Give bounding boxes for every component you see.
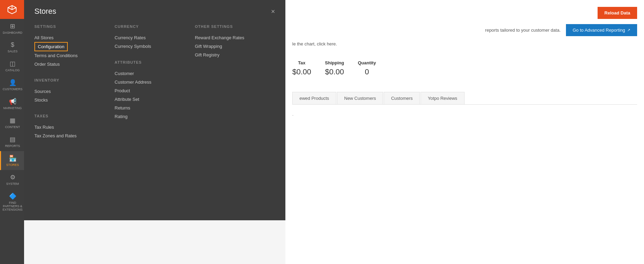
sidebar-item-marketing[interactable]: 📢 MARKETING — [0, 94, 24, 113]
reload-data-button[interactable]: Reload Data — [598, 7, 637, 19]
reporting-bar: reports tailored to your customer data. … — [292, 24, 637, 36]
stores-link-customer[interactable]: Customer — [114, 69, 188, 78]
taxes-section-title: Taxes — [34, 114, 108, 118]
stores-col-settings: Settings All Stores Configuration Terms … — [34, 24, 114, 140]
catalog-icon: ◫ — [10, 60, 15, 67]
sidebar-item-content[interactable]: ▦ CONTENT — [0, 113, 24, 132]
stores-columns: Settings All Stores Configuration Terms … — [34, 24, 275, 140]
stat-tax: Tax $0.00 — [292, 60, 311, 76]
stores-link-gift-wrapping[interactable]: Gift Wrapping — [195, 42, 268, 51]
stores-panel: Stores × Settings All Stores Configurati… — [24, 0, 285, 220]
stores-link-rating[interactable]: Rating — [114, 112, 188, 121]
content-icon: ▦ — [10, 117, 15, 124]
advanced-reporting-button[interactable]: Go to Advanced Reporting ↗ — [566, 24, 637, 36]
stores-link-product[interactable]: Product — [114, 86, 188, 95]
stats-row: Tax $0.00 Shipping $0.00 Quantity 0 — [292, 53, 637, 83]
attributes-section-title: Attributes — [114, 60, 188, 64]
stat-shipping: Shipping $0.00 — [325, 60, 344, 76]
stores-link-returns[interactable]: Returns — [114, 104, 188, 112]
sidebar-item-stores[interactable]: 🏪 STORES — [0, 151, 24, 170]
external-link-icon: ↗ — [627, 28, 630, 32]
customers-icon: 👤 — [9, 79, 17, 86]
sidebar-item-catalog[interactable]: ◫ CATALOG — [0, 56, 24, 75]
sidebar: ⊞ DASHBOARD $ SALES ◫ CATALOG 👤 CUSTOMER… — [0, 0, 24, 264]
chart-note: le the chart, click here. — [292, 41, 637, 46]
stores-panel-header: Stores × — [34, 7, 275, 16]
sidebar-item-extensions[interactable]: 🔷 FIND PARTNERS & EXTENSIONS — [0, 189, 24, 215]
sales-icon: $ — [11, 41, 14, 49]
taxes-section: Taxes Tax Rules Tax Zones and Rates — [34, 114, 108, 140]
sidebar-item-system[interactable]: ⚙ SYSTEM — [0, 170, 24, 189]
stores-link-all-stores[interactable]: All Stores — [34, 33, 108, 42]
stores-link-tax-rules[interactable]: Tax Rules — [34, 123, 108, 131]
attributes-section: Attributes Customer Customer Address Pro… — [114, 60, 188, 121]
stores-link-terms[interactable]: Terms and Conditions — [34, 51, 108, 60]
tab-recently-viewed[interactable]: ewed Products — [292, 92, 336, 104]
sidebar-logo[interactable] — [0, 0, 24, 19]
reporting-text: reports tailored to your customer data. — [485, 28, 561, 33]
stores-link-gift-registry[interactable]: Gift Registry — [195, 51, 268, 59]
stores-link-currency-symbols[interactable]: Currency Symbols — [114, 42, 188, 51]
inventory-section-title: Inventory — [34, 78, 108, 82]
currency-section-title: Currency — [114, 24, 188, 29]
stat-quantity: Quantity 0 — [358, 60, 376, 76]
tab-yotpo-reviews[interactable]: Yotpo Reviews — [421, 92, 465, 104]
tab-new-customers[interactable]: New Customers — [337, 92, 383, 104]
reports-icon: ▤ — [10, 136, 15, 143]
stores-col-other: Other Settings Reward Exchange Rates Gif… — [195, 24, 275, 140]
sidebar-item-dashboard[interactable]: ⊞ DASHBOARD — [0, 19, 24, 38]
content-area: Reload Data reports tailored to your cus… — [285, 0, 644, 264]
extensions-icon: 🔷 — [9, 192, 17, 200]
sidebar-item-customers[interactable]: 👤 CUSTOMERS — [0, 75, 24, 94]
stores-col-currency: Currency Currency Rates Currency Symbols… — [114, 24, 195, 140]
stores-link-order-status[interactable]: Order Status — [34, 60, 108, 68]
stores-icon: 🏪 — [9, 155, 17, 162]
sidebar-item-sales[interactable]: $ SALES — [0, 38, 24, 56]
system-icon: ⚙ — [10, 173, 15, 181]
tabs-bar: ewed Products New Customers Customers Yo… — [292, 92, 637, 105]
settings-section-title: Settings — [34, 24, 108, 29]
stores-link-stocks[interactable]: Stocks — [34, 96, 108, 104]
stores-link-currency-rates[interactable]: Currency Rates — [114, 33, 188, 42]
stores-link-attribute-set[interactable]: Attribute Set — [114, 95, 188, 104]
stores-link-sources[interactable]: Sources — [34, 87, 108, 96]
inventory-section: Inventory Sources Stocks — [34, 78, 108, 104]
stores-link-reward-exchange[interactable]: Reward Exchange Rates — [195, 33, 268, 42]
main-area: Stores × Settings All Stores Configurati… — [24, 0, 644, 264]
stores-link-tax-zones[interactable]: Tax Zones and Rates — [34, 131, 108, 140]
empty-content-text: . — [292, 112, 637, 117]
stores-panel-close-button[interactable]: × — [271, 8, 275, 15]
stores-link-customer-address[interactable]: Customer Address — [114, 78, 188, 86]
tab-customers[interactable]: Customers — [384, 92, 420, 104]
stores-panel-title: Stores — [34, 7, 56, 16]
dashboard-icon: ⊞ — [10, 22, 15, 30]
marketing-icon: 📢 — [9, 98, 17, 105]
stores-link-configuration[interactable]: Configuration — [34, 42, 68, 51]
other-settings-section-title: Other Settings — [195, 24, 268, 29]
sidebar-item-reports[interactable]: ▤ REPORTS — [0, 132, 24, 151]
